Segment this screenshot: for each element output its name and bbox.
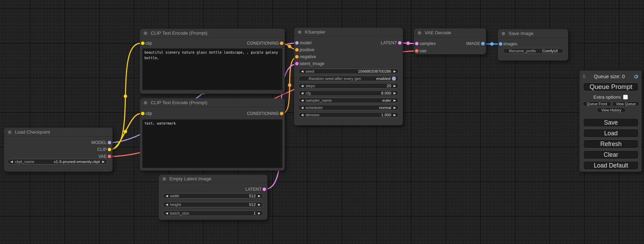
node-title-bar[interactable]: Load Checkpoint [4, 128, 113, 137]
widget-value[interactable]: v1-5-pruned-emaonly.ckpt [54, 160, 100, 164]
port-model-output[interactable] [108, 141, 111, 144]
collapse-dot-icon[interactable] [144, 31, 147, 35]
node-title-bar[interactable]: VAE Decode [414, 28, 486, 37]
port-vae-input[interactable] [415, 49, 418, 53]
widget-value[interactable]: normal [379, 106, 391, 110]
denoise-widget[interactable]: ◀ denoise 1.000 ▶ [298, 112, 399, 118]
queue-prompt-button[interactable]: Queue Prompt [583, 82, 639, 91]
refresh-button[interactable]: Refresh [583, 139, 639, 148]
port-clip-input[interactable] [141, 112, 144, 115]
widget-value[interactable]: 1 [254, 211, 256, 215]
widget-value[interactable]: 512 [249, 202, 256, 207]
decrement-arrow-icon[interactable]: ◀ [166, 203, 168, 206]
widget-value[interactable]: ComfyUI [542, 49, 558, 53]
port-latent-image-input[interactable] [295, 62, 299, 65]
node-canvas[interactable]: { "icons": { "left_arrow": "◀", "right_a… [0, 0, 644, 244]
port-clip-output[interactable] [108, 148, 111, 151]
node-title: Save Image [509, 31, 533, 36]
scheduler-widget[interactable]: ◀ scheduler normal ▶ [298, 105, 399, 110]
clear-button[interactable]: Clear [583, 150, 639, 159]
increment-arrow-icon[interactable]: ▶ [394, 84, 396, 88]
port-positive-input[interactable] [295, 48, 299, 52]
decrement-arrow-icon[interactable]: ◀ [166, 195, 168, 198]
view-queue-button[interactable]: View Queue [612, 101, 639, 106]
widget-value[interactable]: 1.000 [381, 113, 391, 117]
queue-size-label: Queue size: 0 [586, 74, 633, 79]
ckpt-name-widget[interactable]: ◀ ckpt_name v1-5-pruned-emaonly.ckpt ▶ [8, 159, 107, 164]
decrement-arrow-icon[interactable]: ◀ [301, 114, 303, 117]
increment-arrow-icon[interactable]: ▶ [394, 114, 396, 117]
node-title-bar[interactable]: CLIP Text Encode (Prompt) [140, 29, 285, 38]
node-save-image[interactable]: Save Image images filename_prefix ComfyU… [498, 29, 568, 61]
increment-arrow-icon[interactable]: ▶ [394, 99, 396, 102]
decrement-arrow-icon[interactable]: ◀ [166, 212, 168, 215]
sampler-name-widget[interactable]: ◀ sampler_name euler ▶ [298, 98, 399, 103]
port-clip-input[interactable] [141, 42, 144, 45]
decrement-arrow-icon[interactable]: ◀ [301, 92, 303, 95]
toggle-knob-icon[interactable] [392, 76, 396, 81]
node-title-bar[interactable]: Empty Latent Image [159, 175, 267, 183]
widget-value[interactable]: euler [382, 98, 391, 102]
port-conditioning-output[interactable] [280, 42, 283, 45]
widget-value[interactable]: 8.000 [381, 91, 391, 95]
port-latent-output[interactable] [263, 188, 266, 191]
seed-widget[interactable]: ◀ seed 156680208700286 ▶ [298, 69, 399, 74]
decrement-arrow-icon[interactable]: ◀ [301, 84, 303, 88]
load-default-button[interactable]: Load Default [583, 161, 639, 170]
collapse-dot-icon[interactable] [418, 31, 421, 35]
node-title-bar[interactable]: KSampler [294, 28, 403, 37]
decrement-arrow-icon[interactable]: ◀ [301, 70, 303, 73]
increment-arrow-icon[interactable]: ▶ [394, 70, 396, 73]
random-seed-toggle[interactable]: Random seed after every gen enabled [298, 76, 399, 81]
widget-value[interactable]: 20 [387, 84, 391, 88]
node-empty-latent-image[interactable]: Empty Latent Image LATENT ◀ width 512 ▶ … [159, 175, 267, 220]
prompt-text-input[interactable]: beautiful scenery nature glass bottle la… [142, 48, 282, 90]
collapse-dot-icon[interactable] [162, 177, 166, 181]
widget-value[interactable]: 156680208700286 [358, 69, 391, 73]
settings-gear-icon[interactable] [633, 74, 639, 80]
cfg-widget[interactable]: ◀ cfg 8.000 ▶ [298, 90, 399, 96]
height-widget[interactable]: ◀ height 512 ▶ [163, 202, 263, 207]
node-vae-decode[interactable]: VAE Decode samples IMAGE vae [414, 28, 486, 54]
node-title-bar[interactable]: Save Image [498, 29, 568, 38]
increment-arrow-icon[interactable]: ▶ [258, 212, 261, 215]
batch-size-widget[interactable]: ◀ batch_size 1 ▶ [163, 210, 263, 216]
widget-value[interactable]: 512 [249, 194, 256, 198]
width-widget[interactable]: ◀ width 512 ▶ [163, 193, 263, 199]
collapse-dot-icon[interactable] [298, 30, 301, 34]
steps-widget[interactable]: ◀ steps 20 ▶ [298, 83, 399, 89]
node-load-checkpoint[interactable]: Load Checkpoint MODEL CLIP VAE ◀ ckpt_na… [4, 128, 113, 172]
node-title-bar[interactable]: CLIP Text Encode (Prompt) [140, 98, 285, 107]
port-negative-input[interactable] [295, 55, 299, 58]
increment-arrow-icon[interactable]: ▶ [394, 92, 396, 95]
port-vae-output[interactable] [108, 155, 111, 158]
port-model-input[interactable] [295, 41, 299, 45]
prompt-text-input[interactable]: text, watermark [142, 119, 282, 168]
port-latent-output[interactable] [398, 41, 402, 45]
node-clip-text-encode-negative[interactable]: CLIP Text Encode (Prompt) clip CONDITION… [140, 98, 285, 171]
port-samples-input[interactable] [415, 42, 418, 45]
decrement-arrow-icon[interactable]: ◀ [301, 106, 303, 109]
node-clip-text-encode-positive[interactable]: CLIP Text Encode (Prompt) clip CONDITION… [140, 29, 285, 94]
view-history-button[interactable]: View History [597, 108, 626, 112]
decrement-arrow-icon[interactable]: ◀ [301, 99, 303, 102]
save-button[interactable]: Save [583, 118, 639, 127]
port-conditioning-output[interactable] [280, 112, 283, 115]
queue-front-button[interactable]: Queue Front [583, 101, 611, 106]
port-images-input[interactable] [499, 42, 502, 46]
increment-arrow-icon[interactable]: ▶ [102, 160, 105, 163]
load-button[interactable]: Load [583, 129, 639, 138]
collapse-dot-icon[interactable] [502, 32, 505, 35]
extra-options-checkbox[interactable] [623, 95, 628, 99]
drag-handle-icon[interactable]: ⠿ [582, 74, 586, 79]
increment-arrow-icon[interactable]: ▶ [394, 106, 396, 109]
filename-prefix-widget[interactable]: filename_prefix ComfyUI [503, 48, 564, 54]
queue-panel: ⠿ Queue size: 0 Queue Prompt Extra optio… [579, 70, 642, 172]
collapse-dot-icon[interactable] [8, 130, 11, 134]
increment-arrow-icon[interactable]: ▶ [258, 203, 261, 206]
collapse-dot-icon[interactable] [144, 101, 147, 105]
port-image-output[interactable] [481, 42, 485, 45]
decrement-arrow-icon[interactable]: ◀ [10, 160, 13, 163]
increment-arrow-icon[interactable]: ▶ [258, 195, 261, 198]
node-ksampler[interactable]: KSampler model LATENT positive negative … [294, 28, 403, 125]
